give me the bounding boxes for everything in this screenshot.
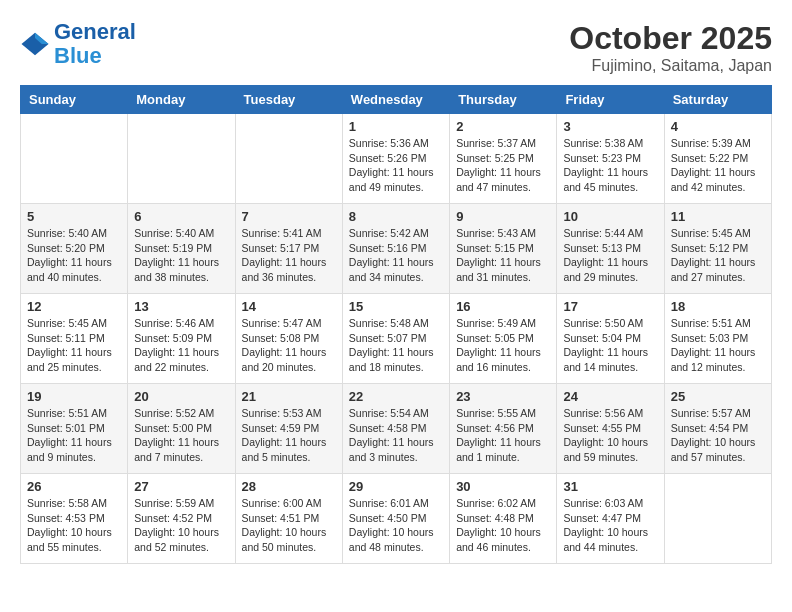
day-cell: 9Sunrise: 5:43 AM Sunset: 5:15 PM Daylig… [450,204,557,294]
day-info: Sunrise: 5:37 AM Sunset: 5:25 PM Dayligh… [456,136,550,195]
day-cell: 6Sunrise: 5:40 AM Sunset: 5:19 PM Daylig… [128,204,235,294]
page-header: General Blue October 2025 Fujimino, Sait… [20,20,772,75]
week-row-4: 19Sunrise: 5:51 AM Sunset: 5:01 PM Dayli… [21,384,772,474]
weekday-header-monday: Monday [128,86,235,114]
day-cell [235,114,342,204]
month-title: October 2025 [569,20,772,57]
day-cell: 25Sunrise: 5:57 AM Sunset: 4:54 PM Dayli… [664,384,771,474]
day-cell: 20Sunrise: 5:52 AM Sunset: 5:00 PM Dayli… [128,384,235,474]
day-info: Sunrise: 5:48 AM Sunset: 5:07 PM Dayligh… [349,316,443,375]
day-number: 18 [671,299,765,314]
day-info: Sunrise: 5:57 AM Sunset: 4:54 PM Dayligh… [671,406,765,465]
day-number: 26 [27,479,121,494]
day-info: Sunrise: 5:42 AM Sunset: 5:16 PM Dayligh… [349,226,443,285]
day-info: Sunrise: 5:50 AM Sunset: 5:04 PM Dayligh… [563,316,657,375]
day-info: Sunrise: 5:45 AM Sunset: 5:12 PM Dayligh… [671,226,765,285]
day-info: Sunrise: 5:41 AM Sunset: 5:17 PM Dayligh… [242,226,336,285]
day-cell: 13Sunrise: 5:46 AM Sunset: 5:09 PM Dayli… [128,294,235,384]
day-cell: 16Sunrise: 5:49 AM Sunset: 5:05 PM Dayli… [450,294,557,384]
day-cell: 28Sunrise: 6:00 AM Sunset: 4:51 PM Dayli… [235,474,342,564]
day-info: Sunrise: 6:03 AM Sunset: 4:47 PM Dayligh… [563,496,657,555]
logo-icon [20,29,50,59]
day-info: Sunrise: 5:58 AM Sunset: 4:53 PM Dayligh… [27,496,121,555]
logo: General Blue [20,20,136,68]
day-number: 4 [671,119,765,134]
day-number: 29 [349,479,443,494]
week-row-2: 5Sunrise: 5:40 AM Sunset: 5:20 PM Daylig… [21,204,772,294]
day-number: 11 [671,209,765,224]
week-row-3: 12Sunrise: 5:45 AM Sunset: 5:11 PM Dayli… [21,294,772,384]
day-info: Sunrise: 5:47 AM Sunset: 5:08 PM Dayligh… [242,316,336,375]
day-cell [21,114,128,204]
day-cell: 7Sunrise: 5:41 AM Sunset: 5:17 PM Daylig… [235,204,342,294]
day-info: Sunrise: 5:40 AM Sunset: 5:19 PM Dayligh… [134,226,228,285]
day-number: 5 [27,209,121,224]
day-info: Sunrise: 5:51 AM Sunset: 5:03 PM Dayligh… [671,316,765,375]
day-cell: 19Sunrise: 5:51 AM Sunset: 5:01 PM Dayli… [21,384,128,474]
weekday-header-sunday: Sunday [21,86,128,114]
day-cell [128,114,235,204]
day-number: 19 [27,389,121,404]
day-number: 16 [456,299,550,314]
day-number: 13 [134,299,228,314]
day-info: Sunrise: 5:38 AM Sunset: 5:23 PM Dayligh… [563,136,657,195]
day-number: 10 [563,209,657,224]
day-info: Sunrise: 5:59 AM Sunset: 4:52 PM Dayligh… [134,496,228,555]
location: Fujimino, Saitama, Japan [569,57,772,75]
day-info: Sunrise: 5:36 AM Sunset: 5:26 PM Dayligh… [349,136,443,195]
day-info: Sunrise: 6:00 AM Sunset: 4:51 PM Dayligh… [242,496,336,555]
day-number: 24 [563,389,657,404]
day-number: 3 [563,119,657,134]
day-info: Sunrise: 5:53 AM Sunset: 4:59 PM Dayligh… [242,406,336,465]
day-info: Sunrise: 5:40 AM Sunset: 5:20 PM Dayligh… [27,226,121,285]
day-cell: 1Sunrise: 5:36 AM Sunset: 5:26 PM Daylig… [342,114,449,204]
day-cell: 2Sunrise: 5:37 AM Sunset: 5:25 PM Daylig… [450,114,557,204]
day-cell: 17Sunrise: 5:50 AM Sunset: 5:04 PM Dayli… [557,294,664,384]
day-cell: 24Sunrise: 5:56 AM Sunset: 4:55 PM Dayli… [557,384,664,474]
day-info: Sunrise: 5:44 AM Sunset: 5:13 PM Dayligh… [563,226,657,285]
day-info: Sunrise: 5:39 AM Sunset: 5:22 PM Dayligh… [671,136,765,195]
day-number: 28 [242,479,336,494]
day-number: 31 [563,479,657,494]
day-cell: 4Sunrise: 5:39 AM Sunset: 5:22 PM Daylig… [664,114,771,204]
day-cell: 5Sunrise: 5:40 AM Sunset: 5:20 PM Daylig… [21,204,128,294]
day-info: Sunrise: 5:46 AM Sunset: 5:09 PM Dayligh… [134,316,228,375]
day-number: 9 [456,209,550,224]
day-number: 7 [242,209,336,224]
day-number: 12 [27,299,121,314]
day-cell: 3Sunrise: 5:38 AM Sunset: 5:23 PM Daylig… [557,114,664,204]
weekday-header-row: SundayMondayTuesdayWednesdayThursdayFrid… [21,86,772,114]
day-cell: 23Sunrise: 5:55 AM Sunset: 4:56 PM Dayli… [450,384,557,474]
day-info: Sunrise: 5:52 AM Sunset: 5:00 PM Dayligh… [134,406,228,465]
day-info: Sunrise: 5:55 AM Sunset: 4:56 PM Dayligh… [456,406,550,465]
title-block: October 2025 Fujimino, Saitama, Japan [569,20,772,75]
day-number: 8 [349,209,443,224]
day-number: 15 [349,299,443,314]
day-cell: 15Sunrise: 5:48 AM Sunset: 5:07 PM Dayli… [342,294,449,384]
day-number: 14 [242,299,336,314]
day-number: 25 [671,389,765,404]
day-number: 17 [563,299,657,314]
day-number: 6 [134,209,228,224]
day-cell: 8Sunrise: 5:42 AM Sunset: 5:16 PM Daylig… [342,204,449,294]
day-info: Sunrise: 5:54 AM Sunset: 4:58 PM Dayligh… [349,406,443,465]
day-info: Sunrise: 6:02 AM Sunset: 4:48 PM Dayligh… [456,496,550,555]
day-cell: 21Sunrise: 5:53 AM Sunset: 4:59 PM Dayli… [235,384,342,474]
week-row-5: 26Sunrise: 5:58 AM Sunset: 4:53 PM Dayli… [21,474,772,564]
weekday-header-thursday: Thursday [450,86,557,114]
day-cell: 29Sunrise: 6:01 AM Sunset: 4:50 PM Dayli… [342,474,449,564]
day-cell: 30Sunrise: 6:02 AM Sunset: 4:48 PM Dayli… [450,474,557,564]
day-cell: 14Sunrise: 5:47 AM Sunset: 5:08 PM Dayli… [235,294,342,384]
day-number: 2 [456,119,550,134]
day-info: Sunrise: 5:49 AM Sunset: 5:05 PM Dayligh… [456,316,550,375]
calendar-table: SundayMondayTuesdayWednesdayThursdayFrid… [20,85,772,564]
day-number: 30 [456,479,550,494]
day-cell: 10Sunrise: 5:44 AM Sunset: 5:13 PM Dayli… [557,204,664,294]
day-info: Sunrise: 5:51 AM Sunset: 5:01 PM Dayligh… [27,406,121,465]
weekday-header-friday: Friday [557,86,664,114]
day-info: Sunrise: 5:43 AM Sunset: 5:15 PM Dayligh… [456,226,550,285]
day-number: 23 [456,389,550,404]
day-number: 20 [134,389,228,404]
day-cell: 27Sunrise: 5:59 AM Sunset: 4:52 PM Dayli… [128,474,235,564]
logo-text: General Blue [54,20,136,68]
